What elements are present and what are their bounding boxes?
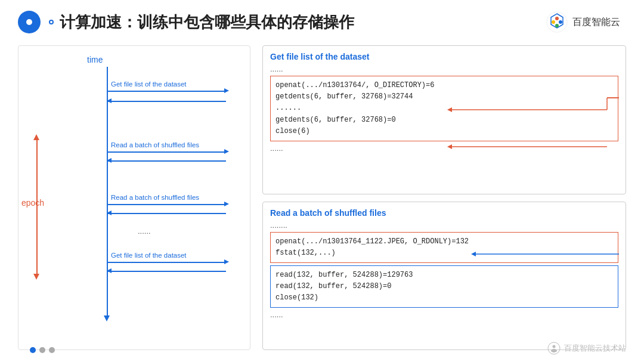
left-panel: time epoch Get file list of the dataset (18, 45, 250, 350)
header: 计算加速：训练中包含哪些具体的存储操作 百度智能云 (0, 0, 644, 39)
arrow-left-2 (107, 160, 226, 162)
timeline-axis (107, 67, 108, 317)
arrow-label-3: Read a batch of shuffled files (111, 194, 199, 201)
arrow-right-4-head (224, 259, 229, 264)
code-line: fstat(132,...) (275, 247, 613, 259)
arrow-label-1: Get file list of the dataset (111, 81, 187, 88)
arrow-label-2: Read a batch of shuffled files (111, 141, 199, 148)
svg-point-5 (552, 20, 555, 24)
logo-text: 百度智能云 (572, 16, 620, 29)
footer-dot-3 (49, 347, 55, 353)
arrow-right-1-head (224, 88, 229, 93)
arrow-left-3-head (107, 211, 112, 215)
epoch-arrow-bottom (33, 274, 39, 280)
arrow-left-3 (107, 213, 226, 214)
code-line: read(132, buffer, 524288)=129763 (275, 270, 613, 281)
arrow-right-2-head (224, 149, 229, 154)
code-line: read(132, buffer, 524288)=0 (275, 281, 613, 292)
page-title: 计算加速：训练中包含哪些具体的存储操作 (60, 12, 546, 33)
bottom-code-inner-top: openat(.../n13013764_1122.JPEG, O_RDONLY… (270, 232, 618, 263)
svg-point-0 (547, 12, 567, 32)
logo-area: 百度智能云 (546, 11, 620, 33)
arrow-left-4-head (107, 268, 112, 273)
svg-point-18 (551, 349, 557, 352)
top-box-title: Get file list of the dataset (270, 52, 618, 61)
right-panel: Get file list of the dataset ...... open… (262, 45, 626, 350)
bottom-code-box: Read a batch of shuffled files ........ … (262, 202, 626, 351)
watermark: 百度智能云技术站 (547, 342, 626, 355)
footer (12, 344, 73, 356)
timeline-arrow-down (104, 315, 110, 321)
baidu-cloud-logo-icon (546, 11, 568, 33)
arrow-left-1 (107, 101, 226, 102)
bottom-code-inner-bottom: read(132, buffer, 524288)=129763 read(13… (270, 265, 618, 308)
arrow-right-3-head (224, 202, 229, 206)
bottom-box-title: Read a batch of shuffled files (270, 208, 618, 218)
arrow-right-4 (107, 262, 226, 263)
arrow-left-4 (107, 271, 226, 272)
svg-point-2 (555, 17, 559, 20)
code-line: close(132) (275, 292, 613, 304)
code-line: close(6) (275, 126, 613, 137)
bottom-box-dots1: ........ (270, 221, 618, 230)
header-dot-icon (49, 20, 54, 24)
main-content: time epoch Get file list of the dataset (0, 39, 644, 362)
bottom-box-dots2: ...... (270, 310, 618, 319)
svg-point-17 (553, 345, 556, 348)
arrow-right-1 (107, 91, 226, 92)
middle-dots: ...... (138, 227, 151, 236)
code-line: ...... (275, 103, 613, 114)
top-box-dots2: ...... (270, 144, 618, 153)
code-line: getdents(6, buffer, 32768)=0 (275, 115, 613, 126)
top-box-dots1: ...... (270, 64, 618, 73)
arrow-left-1-head (107, 98, 112, 103)
code-line: openat(.../n13013764/, O_DIRECTORY)=6 (275, 80, 613, 91)
time-label: time (87, 55, 103, 64)
top-code-box: Get file list of the dataset ...... open… (262, 45, 626, 194)
code-line: openat(.../n13013764_1122.JPEG, O_RDONLY… (275, 236, 613, 247)
epoch-label: epoch (21, 198, 44, 208)
epoch-arrow-top (33, 134, 39, 140)
top-code-inner: openat(.../n13013764/, O_DIRECTORY)=6 ge… (270, 76, 618, 141)
svg-point-4 (555, 24, 559, 27)
arrow-right-3 (107, 204, 226, 205)
svg-point-3 (559, 20, 562, 24)
footer-dot-2 (39, 347, 45, 353)
arrow-right-2 (107, 151, 226, 153)
slide: 计算加速：训练中包含哪些具体的存储操作 百度智能云 time (0, 0, 644, 362)
header-circle-icon (18, 11, 41, 33)
code-line: getdents(6, buffer, 32768)=32744 (275, 91, 613, 103)
arrow-left-2-head (107, 158, 112, 163)
watermark-icon (547, 342, 561, 355)
footer-dot-1 (30, 347, 36, 353)
watermark-text: 百度智能云技术站 (564, 343, 626, 354)
arrow-label-4: Get file list of the dataset (111, 252, 187, 259)
